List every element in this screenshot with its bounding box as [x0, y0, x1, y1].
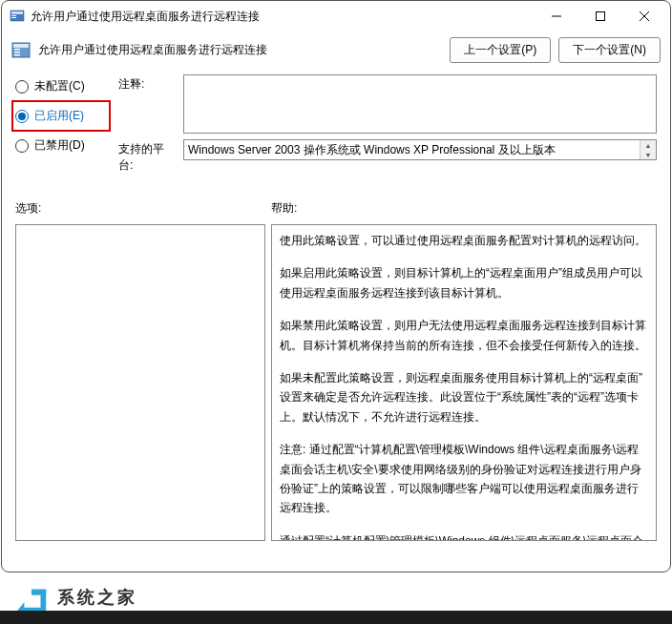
content-area: 未配置(C) 已启用(E) 已禁用(D) 注释: 支持的平台: — [2, 74, 670, 541]
state-radio-group: 未配置(C) 已启用(E) 已禁用(D) — [15, 74, 107, 154]
minimize-button[interactable] — [535, 1, 578, 31]
radio-enabled[interactable]: 已启用(E) — [11, 100, 111, 132]
options-label: 选项: — [15, 200, 271, 217]
toolbar: 允许用户通过使用远程桌面服务进行远程连接 上一个设置(P) 下一个设置(N) — [2, 31, 670, 74]
maximize-button[interactable] — [578, 1, 622, 31]
help-para: 注意: 通过配置“计算机配置\管理模板\Windows 组件\远程桌面服务\远程… — [280, 440, 648, 518]
help-para: 通过配置“计算机配置\管理模板\Windows 组件\远程桌面服务\远程桌面会话… — [280, 531, 648, 541]
svg-rect-9 — [13, 44, 29, 48]
help-label: 帮助: — [271, 200, 297, 217]
scroll-up-icon: ▲ — [640, 140, 656, 150]
help-panel[interactable]: 使用此策略设置，可以通过使用远程桌面服务配置对计算机的远程访问。 如果启用此策略… — [271, 224, 657, 541]
svg-rect-1 — [11, 11, 23, 14]
window-controls — [535, 1, 666, 31]
platform-label: 支持的平台: — [118, 139, 176, 174]
supported-platform-field: Windows Server 2003 操作系统或 Windows XP Pro… — [183, 139, 657, 160]
prev-setting-button[interactable]: 上一个设置(P) — [450, 37, 551, 63]
svg-rect-3 — [11, 17, 16, 18]
bottom-edge — [0, 611, 672, 624]
svg-rect-2 — [11, 15, 16, 16]
help-para: 如果未配置此策略设置，则远程桌面服务使用目标计算机上的“远程桌面”设置来确定是否… — [280, 368, 648, 426]
comment-textarea[interactable] — [183, 74, 657, 134]
platform-scrollbar[interactable]: ▲ ▼ — [640, 140, 656, 159]
svg-rect-12 — [14, 54, 20, 56]
help-para: 如果启用此策略设置，则目标计算机上的“远程桌面用户”组成员用户可以使用远程桌面服… — [280, 263, 648, 302]
svg-rect-10 — [14, 49, 20, 51]
help-para: 使用此策略设置，可以通过使用远程桌面服务配置对计算机的远程访问。 — [280, 231, 648, 250]
next-setting-button[interactable]: 下一个设置(N) — [558, 37, 661, 63]
platform-value: Windows Server 2003 操作系统或 Windows XP Pro… — [188, 142, 556, 158]
titlebar: 允许用户通过使用远程桌面服务进行远程连接 — [2, 1, 670, 31]
radio-not-configured[interactable]: 未配置(C) — [15, 78, 107, 94]
help-para: 如果禁用此策略设置，则用户无法使用远程桌面服务远程连接到目标计算机。目标计算机将… — [280, 316, 648, 355]
nav-buttons: 上一个设置(P) 下一个设置(N) — [450, 37, 661, 63]
policy-title: 允许用户通过使用远程桌面服务进行远程连接 — [38, 42, 442, 58]
window-icon — [10, 9, 25, 24]
options-panel — [15, 224, 265, 541]
svg-rect-13 — [32, 590, 46, 595]
svg-rect-5 — [597, 12, 605, 21]
policy-icon — [11, 41, 31, 60]
svg-rect-11 — [14, 52, 20, 53]
comment-label: 注释: — [118, 74, 176, 93]
policy-window: 允许用户通过使用远程桌面服务进行远程连接 允许用户通过使用远程桌面服务进行远程连… — [1, 0, 671, 572]
radio-disabled[interactable]: 已禁用(D) — [15, 137, 107, 154]
close-button[interactable] — [622, 1, 666, 31]
window-title: 允许用户通过使用远程桌面服务进行远程连接 — [31, 9, 260, 25]
scroll-down-icon: ▼ — [640, 150, 656, 159]
watermark-brand: 系统之家 — [57, 586, 151, 609]
